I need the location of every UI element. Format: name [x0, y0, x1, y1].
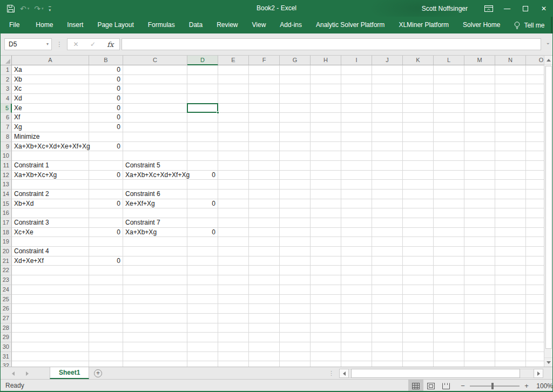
cell-H17[interactable] [311, 218, 341, 228]
cell-J20[interactable] [372, 247, 403, 256]
cell-M5[interactable] [464, 104, 495, 113]
cell-D7[interactable] [187, 123, 218, 132]
ribbon-tab-page-layout[interactable]: Page Layout [90, 17, 140, 33]
row-header-18[interactable]: 18 [0, 228, 12, 238]
cell-I8[interactable] [341, 132, 372, 142]
cell-A19[interactable] [12, 237, 89, 247]
cell-C25[interactable] [123, 295, 187, 305]
cell-N20[interactable] [495, 247, 526, 256]
cell-J8[interactable] [372, 132, 403, 142]
cell-B11[interactable] [89, 161, 123, 171]
column-header-F[interactable]: F [249, 56, 280, 65]
cell-L27[interactable] [434, 314, 464, 323]
cell-B19[interactable] [89, 237, 123, 247]
cell-F5[interactable] [249, 104, 280, 113]
cell-L24[interactable] [434, 285, 464, 295]
cell-O12[interactable] [526, 171, 544, 180]
cell-J17[interactable] [372, 218, 403, 228]
cell-B18[interactable]: 0 [89, 228, 123, 238]
cell-L11[interactable] [434, 161, 464, 171]
cell-F15[interactable] [249, 199, 280, 209]
cell-J16[interactable] [372, 208, 403, 218]
cell-L18[interactable] [434, 228, 464, 238]
column-header-I[interactable]: I [341, 56, 372, 65]
cell-E32[interactable] [218, 361, 249, 367]
cell-M14[interactable] [464, 190, 495, 199]
cell-D15[interactable]: 0 [187, 199, 218, 209]
cell-M23[interactable] [464, 275, 495, 285]
cell-N19[interactable] [495, 237, 526, 247]
cell-L2[interactable] [434, 75, 464, 85]
ribbon-tab-add-ins[interactable]: Add-ins [273, 17, 309, 33]
cell-L32[interactable] [434, 361, 464, 367]
row-header-15[interactable]: 15 [0, 199, 12, 209]
cell-C18[interactable]: Xa+Xb+Xg [123, 228, 187, 238]
cell-D27[interactable] [187, 314, 218, 323]
cell-E19[interactable] [218, 237, 249, 247]
cell-C14[interactable]: Constraint 6 [123, 190, 187, 199]
cell-O4[interactable] [526, 94, 544, 104]
cell-H16[interactable] [311, 208, 341, 218]
scroll-down-button[interactable] [544, 357, 553, 367]
cell-I26[interactable] [341, 304, 372, 314]
cell-K2[interactable] [403, 75, 434, 85]
cell-F27[interactable] [249, 314, 280, 323]
cell-B22[interactable] [89, 266, 123, 275]
cell-F13[interactable] [249, 180, 280, 190]
cell-M19[interactable] [464, 237, 495, 247]
cell-B15[interactable]: 0 [89, 199, 123, 209]
cell-A32[interactable] [12, 361, 89, 367]
cell-F26[interactable] [249, 304, 280, 314]
cell-D14[interactable] [187, 190, 218, 199]
cell-F11[interactable] [249, 161, 280, 171]
cell-N14[interactable] [495, 190, 526, 199]
cell-J22[interactable] [372, 266, 403, 275]
cell-G1[interactable] [280, 65, 311, 75]
column-header-H[interactable]: H [311, 56, 341, 65]
cell-O3[interactable] [526, 84, 544, 94]
row-header-29[interactable]: 29 [0, 333, 12, 342]
cell-A9[interactable]: Xa+Xb+Xc+Xd+Xe+Xf+Xg [12, 142, 89, 152]
cell-C10[interactable] [123, 151, 187, 161]
cell-C7[interactable] [123, 123, 187, 132]
cell-L4[interactable] [434, 94, 464, 104]
cell-H18[interactable] [311, 228, 341, 238]
cell-B24[interactable] [89, 285, 123, 295]
cell-N9[interactable] [495, 142, 526, 152]
cell-J14[interactable] [372, 190, 403, 199]
cell-O31[interactable] [526, 352, 544, 362]
cell-D12[interactable]: 0 [187, 171, 218, 180]
cell-I14[interactable] [341, 190, 372, 199]
cell-O8[interactable] [526, 132, 544, 142]
cell-G25[interactable] [280, 295, 311, 305]
cell-L25[interactable] [434, 295, 464, 305]
cell-K27[interactable] [403, 314, 434, 323]
cell-L6[interactable] [434, 113, 464, 123]
cell-B8[interactable] [89, 132, 123, 142]
cell-A24[interactable] [12, 285, 89, 295]
cell-A10[interactable] [12, 151, 89, 161]
cell-L29[interactable] [434, 333, 464, 342]
cell-O22[interactable] [526, 266, 544, 275]
cell-M4[interactable] [464, 94, 495, 104]
cell-C27[interactable] [123, 314, 187, 323]
cell-N32[interactable] [495, 361, 526, 367]
zoom-out-button[interactable]: − [460, 382, 466, 390]
cell-D22[interactable] [187, 266, 218, 275]
cell-C29[interactable] [123, 333, 187, 342]
cell-I31[interactable] [341, 352, 372, 362]
cell-F25[interactable] [249, 295, 280, 305]
cell-O11[interactable] [526, 161, 544, 171]
ribbon-tab-view[interactable]: View [245, 17, 273, 33]
cell-G29[interactable] [280, 333, 311, 342]
cell-A12[interactable]: Xa+Xb+Xc+Xg [12, 171, 89, 180]
ribbon-tab-home[interactable]: Home [29, 17, 60, 33]
cell-F3[interactable] [249, 84, 280, 94]
cell-C20[interactable] [123, 247, 187, 256]
cell-A8[interactable]: Minimize [12, 132, 89, 142]
cell-F17[interactable] [249, 218, 280, 228]
cell-N12[interactable] [495, 171, 526, 180]
cell-D10[interactable] [187, 151, 218, 161]
cell-F2[interactable] [249, 75, 280, 85]
cell-H22[interactable] [311, 266, 341, 275]
